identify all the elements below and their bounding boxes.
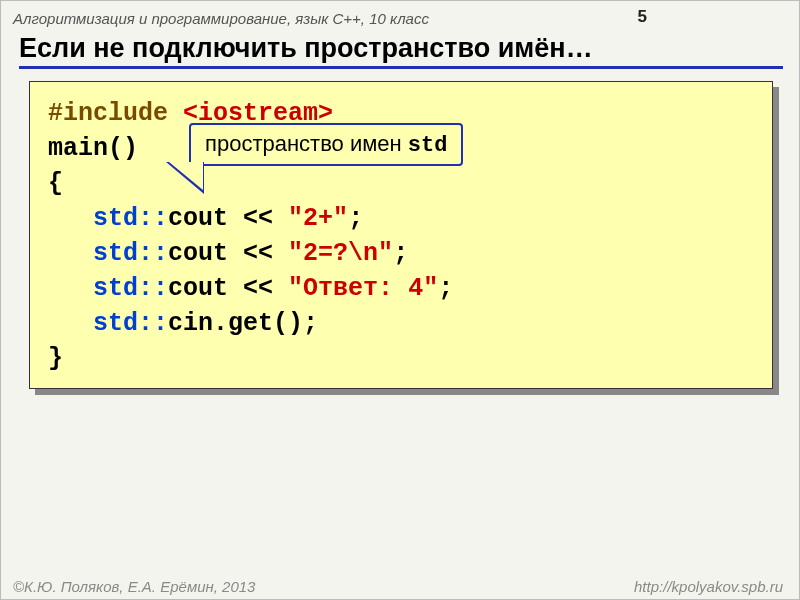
tok-cinget: cin.get() bbox=[168, 309, 303, 338]
tok-str3: "Ответ: 4" bbox=[288, 274, 438, 303]
subject-text: Алгоритмизация и программирование, язык … bbox=[13, 10, 638, 27]
tok-main: main() bbox=[48, 134, 138, 163]
code-area: #include <iostream> main() { std::cout <… bbox=[29, 81, 773, 389]
tok-std2: std bbox=[93, 239, 138, 268]
tok-semi1: ; bbox=[348, 204, 363, 233]
page-number: 5 bbox=[638, 7, 647, 27]
tok-str1: "2+" bbox=[288, 204, 348, 233]
tok-semi4: ; bbox=[303, 309, 318, 338]
tok-include: #include bbox=[48, 99, 168, 128]
tok-str2: "2=?\n" bbox=[288, 239, 393, 268]
tok-dcolon1: :: bbox=[138, 204, 168, 233]
tok-cout3: cout bbox=[168, 274, 228, 303]
slide-footer: ©К.Ю. Поляков, Е.А. Ерёмин, 2013 http://… bbox=[13, 578, 783, 595]
tok-dcolon4: :: bbox=[138, 309, 168, 338]
tok-op3: << bbox=[243, 274, 273, 303]
callout-std-namespace: пространство имен std bbox=[189, 123, 463, 166]
slide-title: Если не подключить пространство имён… bbox=[19, 33, 783, 69]
tok-dcolon2: :: bbox=[138, 239, 168, 268]
tok-std3: std bbox=[93, 274, 138, 303]
tok-op2: << bbox=[243, 239, 273, 268]
tok-semi3: ; bbox=[438, 274, 453, 303]
tok-op1: << bbox=[243, 204, 273, 233]
tok-rbrace: } bbox=[48, 344, 63, 373]
callout-mono: std bbox=[408, 133, 448, 158]
tok-std4: std bbox=[93, 309, 138, 338]
tok-cout1: cout bbox=[168, 204, 228, 233]
footer-url: http://kpolyakov.spb.ru bbox=[634, 578, 783, 595]
footer-copyright: ©К.Ю. Поляков, Е.А. Ерёмин, 2013 bbox=[13, 578, 255, 595]
tok-lbrace: { bbox=[48, 169, 63, 198]
tok-std1: std bbox=[93, 204, 138, 233]
tok-dcolon3: :: bbox=[138, 274, 168, 303]
callout-text: пространство имен bbox=[205, 131, 408, 156]
slide: Алгоритмизация и программирование, язык … bbox=[1, 1, 800, 600]
tok-cout2: cout bbox=[168, 239, 228, 268]
tok-semi2: ; bbox=[393, 239, 408, 268]
slide-header: Алгоритмизация и программирование, язык … bbox=[1, 1, 800, 29]
